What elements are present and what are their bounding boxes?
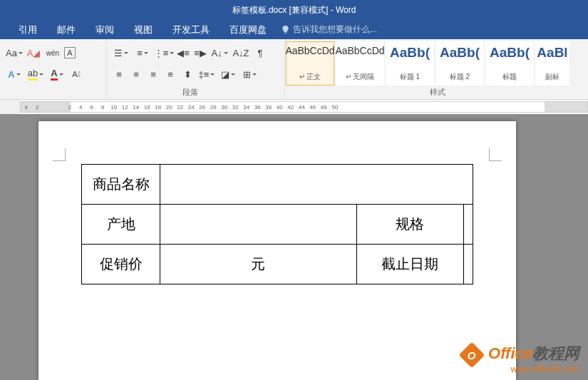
- cell-origin-value[interactable]: [160, 205, 357, 245]
- highlight-button[interactable]: ab: [26, 66, 46, 82]
- ruler[interactable]: 4224681012141618202224262830323436384042…: [0, 100, 588, 114]
- cell-product-value[interactable]: [160, 165, 473, 205]
- window-title: 标签模板.docx [兼容模式] - Word: [232, 4, 356, 16]
- lightbulb-icon: [281, 25, 290, 34]
- ribbon: Aa A◢ wén A A ab A A⃝ ☰ ≡ ⋮≡ ◀≡ ≡▶ A↓: [0, 39, 588, 100]
- cell-deadline[interactable]: 截止日期: [356, 245, 463, 284]
- style-heading2[interactable]: AaBb(标题 2: [435, 41, 484, 86]
- tab-developer[interactable]: 开发工具: [163, 20, 220, 39]
- style-normal[interactable]: AaBbCcDd↵ 正文: [286, 41, 334, 86]
- style-heading1[interactable]: AaBb(标题 1: [386, 41, 434, 86]
- cell-price[interactable]: 促销价: [82, 245, 160, 284]
- ribbon-tabs: 引用 邮件 审阅 视图 开发工具 百度网盘 告诉我您想要做什么...: [0, 20, 588, 39]
- table-row: 商品名称: [82, 165, 473, 205]
- change-case-button[interactable]: Aa: [4, 45, 24, 61]
- text-effects-button[interactable]: A: [4, 66, 24, 82]
- cell-spec[interactable]: 规格: [356, 205, 463, 245]
- borders-button[interactable]: ⊞: [239, 66, 259, 82]
- style-no-spacing[interactable]: AaBbCcDd↵ 无间隔: [336, 41, 384, 86]
- styles-label: 样式: [287, 87, 588, 98]
- align-center-button[interactable]: ≡: [128, 66, 144, 82]
- tab-mail[interactable]: 邮件: [47, 20, 86, 39]
- logo-badge-icon: O: [459, 342, 485, 368]
- cell-spec-value[interactable]: [463, 205, 473, 245]
- watermark: O Office教程网 www.office26.com: [463, 343, 579, 374]
- bullets-button[interactable]: ☰: [111, 45, 131, 61]
- phonetic-guide-button[interactable]: wén: [43, 45, 63, 61]
- title-bar: 标签模板.docx [兼容模式] - Word: [0, 0, 588, 20]
- label-table[interactable]: 商品名称 产地 规格 促销价 元 截止日期: [81, 164, 473, 284]
- tab-baidu[interactable]: 百度网盘: [220, 20, 277, 39]
- tab-references[interactable]: 引用: [9, 20, 47, 39]
- decrease-indent-button[interactable]: ◀≡: [175, 45, 191, 61]
- format-painter-button[interactable]: A◢: [26, 45, 41, 61]
- distribute-button[interactable]: ⬍: [180, 66, 195, 82]
- table-row: 促销价 元 截止日期: [82, 245, 473, 284]
- text-direction-button[interactable]: A↓: [210, 45, 229, 61]
- multilevel-list-button[interactable]: ⋮≡: [154, 45, 174, 61]
- table-row: 产地 规格: [82, 205, 473, 245]
- increase-indent-button[interactable]: ≡▶: [192, 45, 208, 61]
- cell-deadline-value[interactable]: [463, 245, 473, 284]
- cell-price-unit[interactable]: 元: [160, 245, 357, 284]
- enclose-char-button[interactable]: A⃝: [68, 66, 84, 82]
- align-right-button[interactable]: ≡: [145, 66, 161, 82]
- sort-button[interactable]: A↓Z: [231, 45, 251, 61]
- shading-button[interactable]: ◪: [218, 66, 238, 82]
- tab-review[interactable]: 审阅: [86, 20, 124, 39]
- numbering-button[interactable]: ≡: [133, 45, 153, 61]
- cell-origin[interactable]: 产地: [82, 205, 160, 245]
- font-color-button[interactable]: A: [47, 66, 67, 82]
- line-spacing-button[interactable]: ‡≡: [197, 66, 217, 82]
- align-left-button[interactable]: ≡: [111, 66, 127, 82]
- document-area: 商品名称 产地 规格 促销价 元 截止日期: [0, 114, 588, 380]
- tell-me-search[interactable]: 告诉我您想要做什么...: [281, 24, 377, 36]
- character-border-button[interactable]: A: [64, 47, 76, 58]
- page[interactable]: 商品名称 产地 规格 促销价 元 截止日期: [38, 121, 516, 380]
- justify-button[interactable]: ≡: [163, 66, 178, 82]
- style-title[interactable]: AaBb(标题: [485, 41, 534, 86]
- style-subtitle[interactable]: AaBl副标: [535, 41, 569, 86]
- show-marks-button[interactable]: ¶: [252, 45, 268, 61]
- crop-mark-tr: [489, 148, 502, 161]
- tab-view[interactable]: 视图: [124, 20, 163, 39]
- paragraph-label: 段落: [101, 87, 279, 98]
- crop-mark-tl: [53, 148, 66, 161]
- cell-product-name[interactable]: 商品名称: [82, 165, 160, 205]
